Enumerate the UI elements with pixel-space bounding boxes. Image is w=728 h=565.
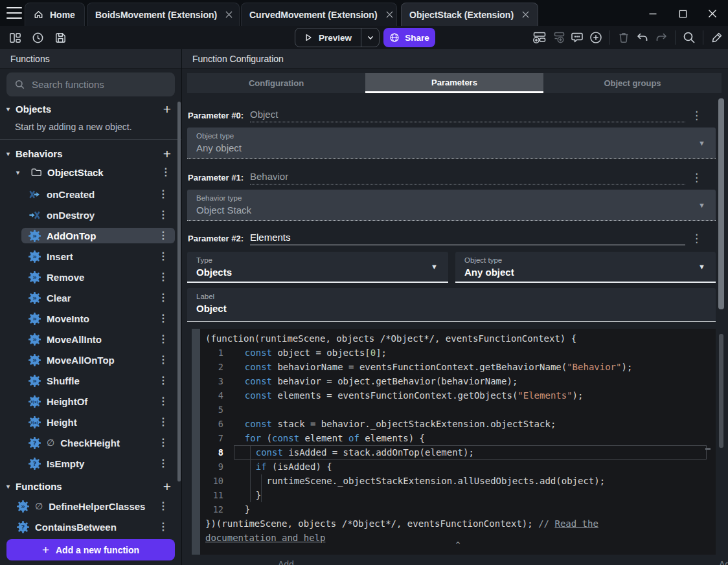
- search-icon[interactable]: [682, 30, 696, 45]
- search-functions-box[interactable]: [6, 72, 175, 96]
- tab-curvedmovement[interactable]: CurvedMovement (Extension): [241, 3, 397, 26]
- documentation-link[interactable]: Read the: [554, 518, 598, 529]
- function-item-addontop[interactable]: »AddOnTop⋮: [21, 228, 175, 243]
- tab-parameters[interactable]: Parameters: [365, 73, 543, 93]
- parameter-2-name-input[interactable]: Elements: [250, 232, 685, 245]
- add-subevent-icon[interactable]: [551, 30, 565, 45]
- preview-options-button[interactable]: [361, 28, 379, 47]
- clipped-add-row-right[interactable]: Add...: [719, 559, 728, 565]
- item-menu-button[interactable]: ⋮: [154, 417, 172, 427]
- main-scrollbar-thumb[interactable]: [718, 98, 724, 309]
- function-item-isempty[interactable]: ?IsEmpty⋮: [0, 456, 175, 471]
- code-line-4[interactable]: 4 const elements = eventsFunctionContext…: [200, 388, 716, 403]
- tab-home[interactable]: Home: [25, 3, 85, 26]
- add-icon[interactable]: +: [163, 147, 171, 161]
- item-menu-button[interactable]: ⋮: [154, 272, 172, 282]
- behavior-folder-objectstack[interactable]: ▾ObjectStack⋮: [0, 163, 181, 181]
- section-header-objects[interactable]: ▾Objects+: [0, 99, 181, 118]
- code-line-6[interactable]: 6 const stack = behavior._objectStackExt…: [200, 417, 716, 431]
- preview-button[interactable]: Preview: [295, 28, 380, 47]
- add-icon[interactable]: +: [163, 102, 171, 116]
- parameter-2-label-input[interactable]: Label Object: [187, 288, 716, 322]
- item-menu-button[interactable]: ⋮: [154, 313, 172, 324]
- tab-boidsmovement[interactable]: BoidsMovement (Extension): [87, 3, 240, 26]
- item-menu-button[interactable]: ⋮: [154, 210, 172, 220]
- section-header-behaviors[interactable]: ▾Behaviors+: [0, 144, 181, 163]
- section-header-functions[interactable]: ▾Functions+: [0, 476, 181, 496]
- function-item-moveallinto[interactable]: »MoveAllInto⋮: [0, 331, 175, 347]
- editor-scrollbar-thumb[interactable]: [719, 334, 723, 448]
- parameter-2-type-select[interactable]: Type Objects ▼: [187, 252, 448, 283]
- panels-layout-icon[interactable]: [8, 30, 22, 45]
- save-icon[interactable]: [53, 30, 67, 45]
- item-menu-button[interactable]: ⋮: [154, 334, 172, 344]
- hamburger-menu-icon[interactable]: [6, 7, 22, 19]
- function-item-ondestroy[interactable]: onDestroy⋮: [0, 207, 175, 223]
- item-menu-button[interactable]: ⋮: [154, 293, 172, 303]
- clipped-add-row-left[interactable]: Add...: [278, 559, 302, 565]
- code-line-8[interactable]: 8 const isAdded = stack.addOnTop(element…: [200, 445, 716, 460]
- item-menu-button[interactable]: ⋮: [154, 438, 172, 448]
- code-editor[interactable]: (function(runtimeScene, objects /*Object…: [200, 329, 716, 555]
- add-icon[interactable]: +: [163, 480, 171, 493]
- function-item-moveinto[interactable]: »MoveInto⋮: [0, 311, 175, 326]
- function-item-oncreated[interactable]: onCreated⋮: [0, 186, 175, 202]
- function-item-containsbetween[interactable]: ?ContainsBetween⋮: [0, 519, 175, 535]
- code-line-11[interactable]: 11 }: [200, 488, 716, 502]
- function-item-remove[interactable]: »Remove⋮: [0, 269, 175, 285]
- code-line-1[interactable]: 1 const object = objects[0];: [200, 346, 716, 360]
- parameter-2-menu-button[interactable]: ⋮: [687, 230, 706, 247]
- code-line-5[interactable]: 5: [200, 403, 716, 417]
- code-line-12[interactable]: 12 }: [200, 502, 716, 516]
- close-icon[interactable]: [225, 11, 233, 18]
- function-item-heightof[interactable]: f(x)HeightOf⋮: [0, 393, 175, 409]
- edit-events-icon[interactable]: [710, 30, 724, 45]
- code-line-7[interactable]: 7 for (const element of elements) {: [200, 431, 716, 445]
- history-icon[interactable]: [30, 30, 45, 45]
- item-menu-button[interactable]: ⋮: [154, 375, 172, 386]
- undo-icon[interactable]: [635, 30, 650, 45]
- item-menu-button[interactable]: ⋮: [154, 355, 172, 365]
- close-icon[interactable]: [522, 11, 529, 18]
- maximize-button[interactable]: [675, 6, 690, 21]
- function-item-clear[interactable]: »Clear⋮: [0, 290, 175, 305]
- function-item-definehelperclasses[interactable]: »∅DefineHelperClasses⋮: [0, 498, 175, 514]
- choose-event-icon[interactable]: [589, 30, 603, 45]
- code-line-9[interactable]: 9 if (isAdded) {: [200, 460, 716, 474]
- item-menu-button[interactable]: ⋮: [154, 458, 172, 469]
- item-menu-button[interactable]: ⋮: [154, 522, 172, 532]
- item-menu-button[interactable]: ⋮: [154, 501, 172, 511]
- function-item-checkheight[interactable]: ?∅CheckHeight⋮: [0, 435, 175, 450]
- close-window-button[interactable]: [705, 6, 720, 21]
- tab-objectstack[interactable]: ObjectStack (Extension): [401, 3, 538, 26]
- item-menu-button[interactable]: ⋮: [154, 396, 172, 406]
- code-line-3[interactable]: 3 const behavior = object.getBehavior(be…: [200, 374, 716, 388]
- item-menu-button[interactable]: ⋮: [154, 189, 172, 199]
- function-item-moveallontop[interactable]: »MoveAllOnTop⋮: [0, 352, 175, 368]
- add-event-icon[interactable]: [532, 30, 547, 45]
- delete-icon[interactable]: [617, 30, 631, 45]
- sidebar-scrollbar[interactable]: [177, 102, 181, 482]
- parameter-0-menu-button[interactable]: ⋮: [687, 107, 706, 124]
- item-menu-button[interactable]: ⋮: [154, 230, 172, 241]
- code-line-10[interactable]: 10 runtimeScene._objectStackExtension.al…: [200, 474, 716, 488]
- function-item-height[interactable]: f(x)Height⋮: [0, 414, 175, 430]
- tab-object-groups[interactable]: Object groups: [543, 73, 722, 93]
- tab-configuration[interactable]: Configuration: [187, 73, 365, 93]
- add-comment-icon[interactable]: [570, 30, 584, 45]
- parameter-1-menu-button[interactable]: ⋮: [687, 170, 706, 186]
- add-new-function-button[interactable]: + Add a new function: [6, 539, 175, 560]
- minimize-button[interactable]: [645, 6, 661, 21]
- parameter-2-object-type-select[interactable]: Object type Any object ▼: [455, 252, 716, 283]
- documentation-link[interactable]: documentation and help: [205, 533, 325, 543]
- close-icon[interactable]: [386, 11, 393, 18]
- function-item-shuffle[interactable]: »Shuffle⋮: [0, 373, 175, 388]
- search-input[interactable]: [32, 79, 167, 90]
- function-item-insert[interactable]: »Insert⋮: [0, 249, 175, 264]
- event-drag-handle[interactable]: [192, 329, 200, 555]
- redo-icon[interactable]: [654, 30, 668, 45]
- share-button[interactable]: Share: [383, 28, 435, 47]
- item-menu-button[interactable]: ⋮: [157, 167, 175, 177]
- item-menu-button[interactable]: ⋮: [154, 251, 172, 261]
- code-line-2[interactable]: 2 const behaviorName = eventsFunctionCon…: [200, 360, 716, 374]
